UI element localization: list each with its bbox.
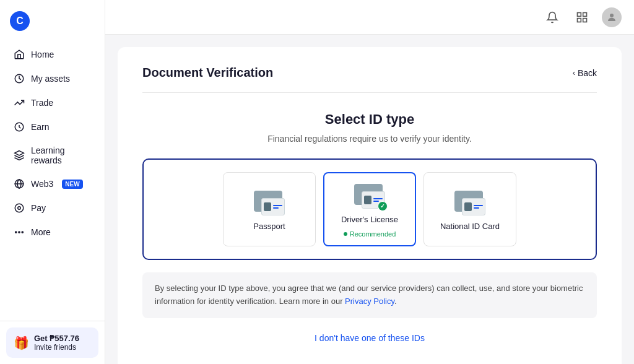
- sidebar-item-my-assets-label: My assets: [31, 74, 70, 84]
- invite-cta: Invite friends: [34, 343, 76, 352]
- recommended-dot: [344, 232, 347, 236]
- back-label: Back: [578, 68, 597, 78]
- svg-point-7: [22, 232, 23, 233]
- back-chevron-icon: ‹: [573, 69, 575, 77]
- drivers-license-icon: ✓: [354, 184, 385, 209]
- sidebar-bottom: 🎁 Get ₱557.76 Invite friends: [0, 321, 105, 364]
- document-verification-card: Document Verification ‹ Back Select ID t…: [118, 47, 622, 364]
- user-avatar[interactable]: [602, 7, 622, 27]
- notifications-button[interactable]: [542, 7, 562, 27]
- page-title: Document Verification: [142, 66, 273, 80]
- page-content: Document Verification ‹ Back Select ID t…: [105, 35, 634, 364]
- passport-option[interactable]: Passport: [223, 172, 316, 246]
- invite-amount: Get ₱557.76: [34, 334, 79, 343]
- earn-icon: [14, 121, 25, 132]
- sidebar-nav: Home My assets Trade Earn Learning rewar…: [0, 37, 105, 321]
- sidebar-item-earn-label: Earn: [31, 122, 50, 132]
- pay-icon: [14, 202, 25, 214]
- svg-rect-8: [578, 12, 581, 16]
- drivers-license-label: Driver's License: [341, 215, 398, 224]
- user-icon: [606, 12, 617, 23]
- svg-rect-9: [583, 12, 587, 16]
- sidebar-item-web3[interactable]: Web3 NEW: [4, 172, 101, 196]
- drivers-license-option[interactable]: ✓ Driver's License Recommended: [323, 172, 416, 246]
- select-id-title: Select ID type: [142, 111, 597, 128]
- web3-icon: [14, 178, 25, 189]
- disclaimer-end: .: [394, 297, 397, 306]
- sidebar: C Home My assets Trade Earn Learning rew…: [0, 0, 105, 364]
- svg-point-12: [610, 14, 614, 17]
- app-logo: C: [0, 0, 105, 37]
- sidebar-item-web3-label: Web3: [31, 179, 53, 189]
- logo-icon: C: [10, 11, 30, 31]
- sidebar-item-more[interactable]: More: [4, 220, 101, 244]
- select-id-subtitle: Financial regulations require us to veri…: [142, 134, 597, 144]
- trade-icon: [14, 97, 25, 108]
- back-button[interactable]: ‹ Back: [573, 68, 597, 78]
- selected-checkmark: ✓: [378, 201, 388, 211]
- svg-point-4: [18, 207, 21, 210]
- learning-icon: [14, 150, 25, 161]
- sidebar-item-earn[interactable]: Earn: [4, 115, 101, 139]
- topbar: [105, 0, 634, 35]
- sidebar-item-pay[interactable]: Pay: [4, 196, 101, 220]
- sidebar-item-learning-rewards[interactable]: Learning rewards: [4, 139, 101, 171]
- apps-button[interactable]: [572, 7, 592, 27]
- disclaimer-box: By selecting your ID type above, you agr…: [142, 272, 597, 318]
- assets-icon: [14, 73, 25, 84]
- svg-rect-10: [578, 18, 581, 22]
- sidebar-item-trade-label: Trade: [31, 98, 53, 108]
- web3-new-badge: NEW: [62, 180, 82, 189]
- passport-label: Passport: [253, 222, 285, 231]
- privacy-policy-link[interactable]: Privacy Policy: [345, 297, 394, 306]
- national-id-option[interactable]: National ID Card: [423, 172, 516, 246]
- recommended-badge: Recommended: [344, 230, 396, 238]
- sidebar-item-home[interactable]: Home: [4, 43, 101, 66]
- svg-point-3: [15, 204, 24, 212]
- sidebar-item-pay-label: Pay: [31, 203, 46, 213]
- invite-text: Get ₱557.76 Invite friends: [34, 334, 79, 352]
- sidebar-item-home-label: Home: [31, 50, 54, 59]
- sidebar-item-learning-rewards-label: Learning rewards: [31, 145, 91, 165]
- home-icon: [14, 49, 25, 60]
- id-selection-box: Passport ✓: [142, 158, 597, 260]
- svg-point-6: [19, 232, 20, 233]
- card-header: Document Verification ‹ Back: [142, 66, 597, 93]
- no-id-link[interactable]: I don't have one of these IDs: [142, 328, 597, 348]
- main-area: Document Verification ‹ Back Select ID t…: [105, 0, 634, 364]
- national-id-icon: [454, 191, 485, 215]
- svg-point-5: [15, 232, 17, 233]
- passport-icon: [254, 191, 285, 215]
- national-id-label: National ID Card: [440, 222, 500, 231]
- more-icon: [14, 227, 25, 238]
- sidebar-item-my-assets[interactable]: My assets: [4, 67, 101, 90]
- grid-icon: [576, 11, 588, 24]
- bell-icon: [546, 11, 558, 24]
- svg-rect-11: [583, 18, 587, 22]
- invite-card[interactable]: 🎁 Get ₱557.76 Invite friends: [6, 327, 98, 358]
- gift-icon: 🎁: [14, 336, 29, 350]
- recommended-label: Recommended: [350, 230, 396, 238]
- sidebar-item-trade[interactable]: Trade: [4, 91, 101, 115]
- sidebar-item-more-label: More: [31, 227, 51, 237]
